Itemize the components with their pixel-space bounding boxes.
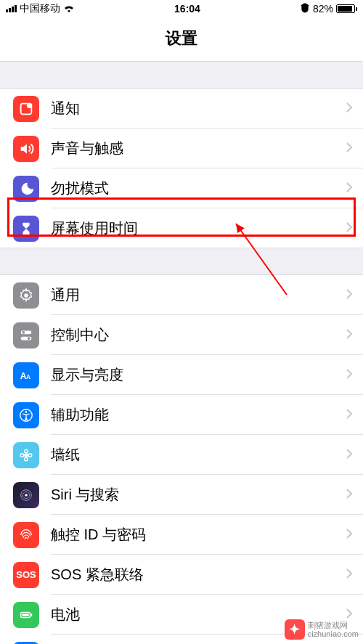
row-label: 触控 ID 与密码 [51, 525, 346, 545]
row-touchid-passcode[interactable]: 触控 ID 与密码 [0, 515, 363, 555]
speaker-icon [13, 136, 39, 162]
row-label: 通知 [51, 99, 346, 118]
hand-icon [13, 642, 39, 645]
svg-rect-23 [23, 614, 29, 616]
svg-point-15 [25, 457, 28, 461]
clock: 16:04 [174, 3, 200, 15]
carrier-label: 中国移动 [20, 2, 60, 15]
hourglass-icon [13, 216, 39, 242]
chevron-right-icon [346, 102, 353, 116]
chevron-right-icon [346, 182, 353, 196]
svg-point-12 [25, 411, 28, 413]
settings-section-1: 通知 声音与触感 勿扰模式 屏幕使用时间 [0, 88, 363, 248]
chevron-right-icon [346, 448, 353, 462]
watermark-logo-icon: ✦ [285, 619, 305, 640]
row-label: 勿扰模式 [51, 179, 346, 198]
row-label: 显示与亮度 [51, 365, 346, 385]
svg-point-20 [25, 494, 28, 497]
row-control-center[interactable]: 控制中心 [0, 315, 363, 355]
row-accessibility[interactable]: 辅助功能 [0, 395, 363, 435]
battery-row-icon [13, 602, 39, 628]
chevron-right-icon [346, 528, 353, 542]
row-general[interactable]: 通用 [0, 275, 363, 315]
svg-rect-22 [30, 614, 32, 616]
svg-point-8 [28, 337, 30, 340]
gear-icon [13, 282, 39, 309]
page-title: 设置 [0, 17, 363, 62]
sos-icon: SOS [13, 562, 39, 588]
flower-icon [13, 442, 39, 468]
chevron-right-icon [346, 488, 353, 502]
alarm-icon [300, 3, 310, 15]
settings-section-2: 通用 控制中心 AA 显示与亮度 辅助功能 [0, 274, 363, 644]
svg-point-7 [23, 331, 25, 334]
row-wallpaper[interactable]: 墙纸 [0, 435, 363, 475]
chevron-right-icon [346, 408, 353, 423]
svg-point-4 [24, 293, 28, 298]
svg-point-14 [25, 449, 28, 453]
signal-icon [6, 5, 17, 12]
chevron-right-icon [346, 368, 353, 383]
row-do-not-disturb[interactable]: 勿扰模式 [0, 168, 363, 208]
moon-icon [13, 176, 39, 202]
notifications-icon [13, 96, 39, 122]
chevron-right-icon [346, 288, 353, 303]
accessibility-icon [13, 402, 39, 428]
row-notifications[interactable]: 通知 [0, 89, 363, 129]
row-label: SOS 紧急联络 [51, 565, 346, 584]
wifi-icon [63, 3, 75, 15]
row-screen-time[interactable]: 屏幕使用时间 [0, 208, 363, 248]
chevron-right-icon [346, 568, 353, 582]
svg-text:A: A [26, 373, 30, 380]
status-bar: 中国移动 16:04 82% [0, 0, 363, 17]
toggles-icon [13, 322, 39, 349]
row-label: 声音与触感 [51, 139, 346, 158]
text-size-icon: AA [13, 362, 39, 388]
row-emergency-sos[interactable]: SOS SOS 紧急联络 [0, 555, 363, 595]
row-label: 墙纸 [51, 445, 346, 465]
row-siri-search[interactable]: Siri 与搜索 [0, 475, 363, 515]
battery-pct: 82% [313, 3, 333, 15]
watermark-line2: cizhuniao.com [308, 629, 359, 638]
svg-point-17 [28, 453, 32, 457]
chevron-right-icon [346, 328, 353, 343]
row-label: 控制中心 [51, 325, 346, 345]
svg-point-13 [24, 453, 28, 457]
fingerprint-icon [13, 522, 39, 548]
row-display-brightness[interactable]: AA 显示与亮度 [0, 355, 363, 395]
svg-point-16 [20, 453, 24, 457]
row-label: Siri 与搜索 [51, 485, 346, 505]
watermark-line1: 刺猪游戏网 [308, 621, 359, 629]
chevron-right-icon [346, 142, 353, 156]
row-label: 辅助功能 [51, 405, 346, 425]
watermark: ✦ 刺猪游戏网 cizhuniao.com [285, 619, 359, 640]
siri-icon [13, 482, 39, 508]
chevron-right-icon [346, 221, 353, 236]
row-label: 屏幕使用时间 [51, 219, 346, 238]
row-sounds-haptics[interactable]: 声音与触感 [0, 129, 363, 168]
svg-point-2 [27, 102, 32, 107]
battery-icon [336, 4, 357, 13]
row-label: 通用 [51, 285, 346, 305]
